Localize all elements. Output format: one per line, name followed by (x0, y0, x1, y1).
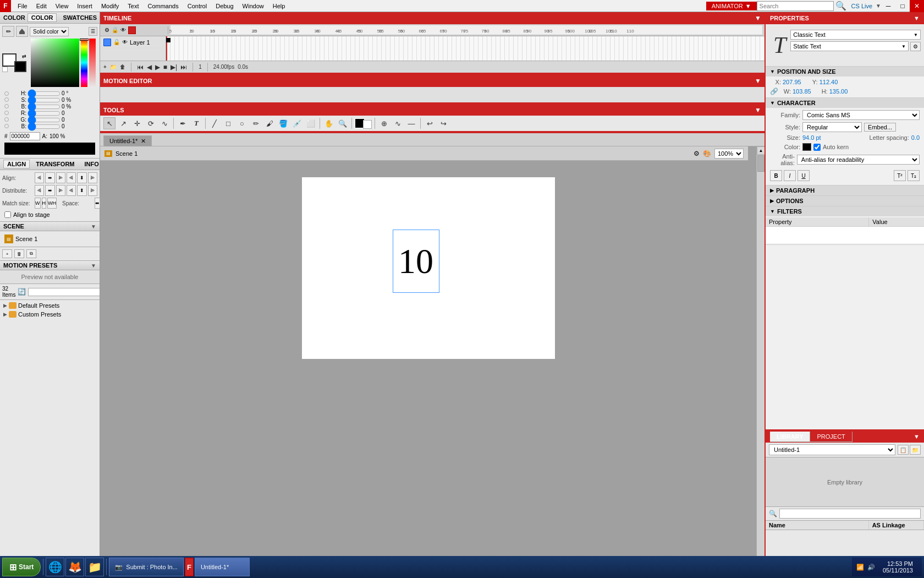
menu-insert[interactable]: Insert (73, 2, 97, 10)
next-frame-btn[interactable]: ▶| (170, 63, 177, 71)
superscript-btn[interactable]: T² (894, 170, 906, 181)
link-dimensions-icon[interactable]: 🔗 (770, 88, 778, 95)
default-presets-item[interactable]: ▶ Default Presets (1, 301, 98, 310)
motion-editor-collapse-btn[interactable]: ▼ (755, 77, 761, 85)
fill-type-select[interactable]: Solid color (30, 27, 69, 36)
task-submit-btn[interactable]: 📷 Submit : Photo In... (109, 558, 184, 576)
custom-presets-item[interactable]: ▶ Custom Presets (1, 310, 98, 319)
oval-tool-btn[interactable]: ○ (236, 117, 248, 129)
scroll-thumb-v[interactable] (757, 155, 765, 172)
italic-btn[interactable]: I (784, 170, 796, 181)
menu-edit[interactable]: Edit (32, 2, 51, 10)
align-top-btn[interactable]: ⫷ (67, 172, 76, 183)
hand-tool-btn[interactable]: ✋ (323, 117, 335, 129)
fill-tool-btn[interactable] (16, 26, 28, 37)
character-header[interactable]: ▼ CHARACTER (766, 98, 924, 108)
align-tab[interactable]: ALIGN (3, 160, 30, 168)
text-object[interactable]: 10 (393, 230, 439, 293)
align-right-btn[interactable]: ⫸ (56, 172, 65, 183)
dist-top-btn[interactable]: ⫷ (67, 185, 76, 196)
brush-tool-btn[interactable]: 🖌 (263, 117, 276, 129)
eraser-btn[interactable]: ⬜ (305, 117, 317, 129)
text-tool-btn[interactable]: T (190, 117, 202, 129)
volume-icon[interactable]: 🔊 (867, 564, 875, 571)
smooth-btn[interactable]: ∿ (392, 117, 404, 129)
font-family-select[interactable]: Comic Sans MS (802, 110, 920, 120)
dist-vcenter-btn[interactable]: ⬍ (77, 185, 86, 196)
layer-lock-icon[interactable]: 🔓 (113, 39, 120, 45)
lib-search-input[interactable] (779, 509, 921, 519)
menu-help[interactable]: Help (268, 2, 290, 10)
cs-live-dropdown[interactable]: ▼ (876, 3, 881, 9)
text-options-btn[interactable]: ⚙ (910, 42, 921, 51)
tools-fill-box[interactable] (363, 120, 372, 129)
zoom-select[interactable]: 100% 50% 200% (714, 149, 744, 159)
filters-header[interactable]: ▼ FILTERS (766, 206, 924, 216)
h-value[interactable]: 135.00 (829, 88, 848, 95)
close-tab-icon[interactable]: ✕ (141, 138, 146, 145)
position-size-header[interactable]: ▼ POSITION AND SIZE (766, 67, 924, 77)
text-type-dropdown[interactable]: Classic Text ▼ (790, 30, 921, 40)
goto-first-btn[interactable]: ⏮ (137, 63, 144, 71)
y-value[interactable]: 112.40 (820, 79, 838, 85)
menu-window[interactable]: Window (238, 2, 268, 10)
tools-collapse-btn[interactable]: ▼ (755, 106, 761, 114)
straighten-btn[interactable]: — (405, 117, 417, 129)
match-height-btn[interactable]: H (42, 198, 47, 209)
canvas-scrollbar-v[interactable]: ▲ ▼ (756, 146, 765, 570)
underline-btn[interactable]: U (798, 170, 810, 181)
color-menu-btn[interactable]: ☰ (89, 27, 97, 36)
duplicate-scene-btn[interactable]: ⧉ (26, 249, 36, 258)
close-button[interactable]: ✕ (910, 0, 924, 12)
b2-slider[interactable] (28, 124, 61, 129)
internet-explorer-btn[interactable]: 🌐 (46, 558, 64, 576)
align-vcenter-btn[interactable]: ⬍ (77, 172, 86, 183)
prev-frame-btn[interactable]: ◀ (147, 63, 152, 71)
canvas-settings-btn[interactable]: ⚙ (694, 150, 700, 157)
color-gradient-picker[interactable] (31, 39, 79, 87)
rect-tool-btn[interactable]: □ (222, 117, 234, 129)
transform-tab[interactable]: TRANSFORM (32, 160, 78, 168)
lib-new-btn[interactable]: 📋 (898, 445, 909, 455)
hex-input[interactable] (10, 132, 40, 140)
menu-text[interactable]: Text (123, 2, 143, 10)
menu-debug[interactable]: Debug (211, 2, 238, 10)
motion-presets-collapse-btn[interactable]: ▼ (91, 263, 96, 269)
dist-right-btn[interactable]: ⫸ (56, 185, 65, 196)
paint-bucket-btn[interactable]: 🪣 (277, 117, 289, 129)
gradient-transform-btn[interactable]: ⟳ (145, 117, 157, 129)
free-transform-btn[interactable]: ✛ (131, 117, 143, 129)
match-both-btn[interactable]: WH (47, 198, 57, 209)
lasso-tool-btn[interactable]: ∿ (158, 117, 170, 129)
align-left-btn[interactable]: ⫷ (35, 172, 44, 183)
swap-colors-btn[interactable]: ⇄ (22, 53, 26, 59)
tl-lock-all-btn[interactable]: 🔒 (112, 27, 118, 33)
mp-search-input[interactable] (28, 288, 100, 296)
menu-control[interactable]: Control (183, 2, 211, 10)
dist-left-btn[interactable]: ⫷ (35, 185, 44, 196)
animator-button[interactable]: ANIMATOR ▼ (706, 2, 757, 10)
space-h-btn[interactable]: ⬌ (95, 198, 100, 209)
maximize-button[interactable]: □ (895, 0, 910, 12)
auto-kern-checkbox[interactable] (813, 144, 821, 151)
color-tab[interactable]: COLOR (28, 13, 57, 22)
antialias-select[interactable]: Anti-alias for readability (797, 155, 920, 165)
timeline-frames[interactable] (166, 36, 765, 61)
menu-view[interactable]: View (51, 2, 73, 10)
network-icon[interactable]: 📶 (856, 564, 864, 571)
font-style-select[interactable]: Regular (802, 122, 862, 132)
font-color-box[interactable] (802, 143, 811, 151)
align-to-stage-checkbox[interactable] (4, 211, 11, 218)
undo-btn[interactable]: ↩ (424, 117, 436, 129)
add-layer-btn[interactable]: + (103, 64, 107, 70)
library-tab[interactable]: LIBRARY (770, 432, 810, 441)
swatches-tab[interactable]: SWATCHES (59, 13, 101, 22)
pencil-icon[interactable]: ✏ (2, 26, 14, 37)
pen-tool-btn[interactable]: ✒ (177, 117, 189, 129)
s-slider[interactable] (28, 98, 61, 102)
zoom-tool-btn[interactable]: 🔍 (337, 117, 349, 129)
align-hcenter-btn[interactable]: ⬌ (45, 172, 54, 183)
text-subtype-dropdown[interactable]: Static Text ▼ (790, 41, 909, 51)
reset-colors-btn[interactable] (2, 67, 8, 72)
tl-layer-row[interactable]: 🔓 👁 Layer 1 (100, 36, 166, 48)
